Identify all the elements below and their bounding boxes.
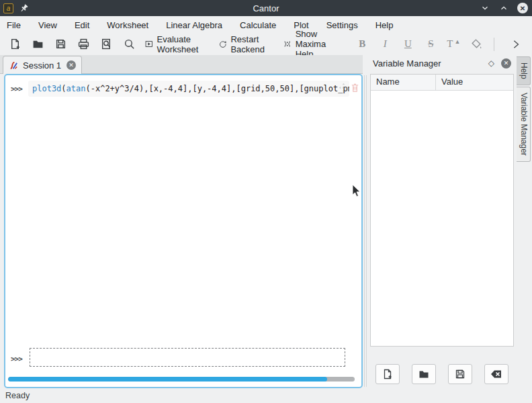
code-segment: atan [66, 84, 86, 93]
strikethrough-button[interactable]: S [421, 36, 440, 53]
evaluate-worksheet-button[interactable]: Evaluate Worksheet [142, 36, 212, 53]
float-panel-icon[interactable]: ◇ [488, 58, 494, 68]
menu-bar: FileViewEditWorksheetLinear AlgebraCalcu… [0, 16, 532, 34]
new-document-button[interactable] [5, 36, 24, 53]
minimize-button[interactable] [480, 3, 490, 13]
command-prompt: >>> [11, 85, 22, 93]
font-size-up-button[interactable]: T▲ [444, 36, 463, 53]
command-input[interactable]: plot3d(atan(-x^2+y^3/4),[x,-4,4],[y,-4,4… [28, 81, 349, 97]
progress-fill [8, 377, 327, 382]
save-variables-button[interactable] [448, 364, 472, 384]
underline-button[interactable]: U [398, 36, 417, 53]
mouse-cursor [352, 185, 361, 198]
menu-linear-algebra[interactable]: Linear Algebra [166, 20, 222, 30]
save-button[interactable] [51, 36, 70, 53]
tab-close-icon[interactable]: ✕ [66, 60, 76, 70]
fill-color-button[interactable] [467, 36, 486, 53]
column-header-value[interactable]: Value [436, 75, 468, 90]
print-button[interactable] [74, 36, 93, 53]
menu-help[interactable]: Help [375, 20, 394, 30]
variables-table[interactable]: Name Value [370, 74, 514, 347]
restart-backend-button[interactable]: Restart Backend [216, 36, 277, 53]
evaluate-worksheet-label: Evaluate Worksheet [157, 34, 210, 54]
menu-calculate[interactable]: Calculate [240, 20, 276, 30]
bold-button[interactable]: B [353, 36, 371, 53]
restart-backend-label: Restart Backend [230, 34, 274, 54]
status-text: Ready [5, 391, 30, 400]
column-header-name[interactable]: Name [371, 75, 436, 90]
maximize-button[interactable] [498, 3, 509, 13]
tab-label: Session 1 [23, 60, 61, 71]
status-bar: Ready [0, 388, 532, 403]
close-button[interactable]: ✕ [517, 3, 528, 13]
side-tab-strip: Help Variable Manager [517, 56, 531, 163]
menu-view[interactable]: View [38, 20, 57, 30]
plot3d-output [32, 99, 360, 341]
variable-manager-title: Variable Manager [373, 58, 441, 69]
code-segment: ( [61, 84, 66, 93]
new-variable-button[interactable] [375, 364, 400, 384]
clear-variables-button[interactable] [484, 364, 508, 384]
search-button[interactable] [120, 36, 138, 53]
italic-button[interactable]: I [375, 36, 394, 53]
tab-session-1[interactable]: Session 1 ✕ [3, 56, 82, 74]
code-segment: (-x^2+y^3/4),[x,-4,4],[y,-4,4],[grid,50,… [86, 84, 350, 93]
menu-worksheet[interactable]: Worksheet [107, 20, 148, 30]
print-preview-button[interactable] [97, 36, 116, 53]
toolbar-overflow-button[interactable] [506, 36, 525, 53]
delete-entry-icon[interactable] [350, 83, 360, 93]
maxima-icon [9, 60, 19, 71]
splitter-handle[interactable] [364, 75, 365, 387]
entry-prompt: >>> [11, 355, 22, 363]
side-tab-variable-manager[interactable]: Variable Manager [517, 87, 531, 162]
empty-command-entry[interactable] [30, 348, 345, 367]
worksheet[interactable]: >>> plot3d(atan(-x^2+y^3/4),[x,-4,4],[y,… [4, 74, 363, 388]
window-title: Cantor [0, 3, 532, 13]
tab-bar: Session 1 ✕ [0, 55, 363, 74]
variable-manager-panel: Variable Manager ◇ ✕ Name Value [369, 55, 515, 388]
load-variables-button[interactable] [412, 364, 436, 384]
title-bar: a Cantor ✕ [0, 0, 532, 16]
toolbar-separator [494, 38, 494, 51]
menu-file[interactable]: File [7, 20, 21, 30]
code-segment: plot3d [32, 84, 61, 93]
menu-edit[interactable]: Edit [75, 20, 89, 30]
session-progress-bar [8, 377, 355, 382]
open-folder-button[interactable] [28, 36, 47, 53]
side-tab-help[interactable]: Help [517, 56, 531, 85]
close-panel-icon[interactable]: ✕ [501, 58, 511, 69]
show-maxima-help-button[interactable]: Show Maxima Help [281, 36, 349, 53]
move-entry-icon[interactable] [339, 83, 349, 93]
splitter-handle[interactable] [366, 75, 367, 387]
toolbar: Evaluate Worksheet Restart Backend Show … [0, 34, 532, 54]
